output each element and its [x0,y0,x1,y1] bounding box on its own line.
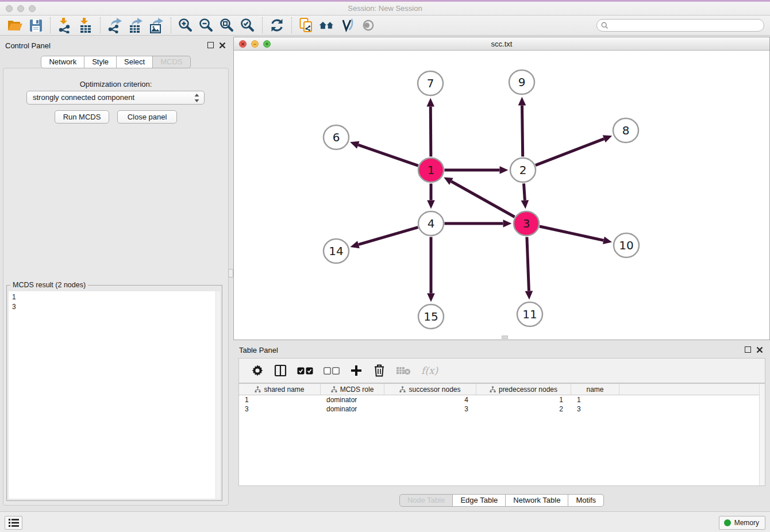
export-table-icon[interactable] [127,17,144,34]
float-table-panel-icon[interactable] [745,346,751,353]
mcds-result-area[interactable]: 1 3 [9,291,220,499]
zoom-fit-icon[interactable] [218,17,236,34]
graph-edge[interactable] [359,228,418,245]
window-titlebar: Session: New Session [0,0,770,16]
column-header[interactable]: successor nodes [384,384,476,395]
graph-edge-arrowhead [525,291,533,299]
import-network-icon[interactable] [56,17,74,34]
table-settings-gear-icon[interactable] [251,364,264,377]
graph-edge-arrowhead [518,97,526,105]
zoom-selected-icon[interactable] [239,17,256,34]
graph-node-label: 6 [333,130,340,144]
close-panel-icon[interactable] [219,42,226,49]
deselect-all-columns-icon[interactable] [324,367,340,375]
cell-mcds-role[interactable]: dominator [321,404,384,414]
delete-column-trash-icon[interactable] [373,364,386,377]
save-session-icon[interactable] [27,17,44,34]
control-panel-title: Control Panel [5,41,51,50]
column-header[interactable]: predecessor nodes [476,384,571,395]
select-all-columns-icon[interactable] [297,367,313,375]
tab-motifs[interactable]: Motifs [568,494,604,507]
task-history-button[interactable] [5,516,22,530]
control-panel-tabs: Network Style Select MCDS [0,56,232,68]
criterion-dropdown[interactable]: strongly connected component [26,91,205,105]
float-panel-icon[interactable] [207,42,214,48]
column-header[interactable]: MCDS role [321,384,384,395]
graph-edge[interactable] [522,105,523,156]
import-table-icon[interactable] [77,17,94,34]
column-label: predecessor nodes [499,385,557,394]
network-graph-canvas[interactable]: 1234678910111415 [234,51,769,340]
list-icon [7,518,20,528]
memory-button[interactable]: Memory [719,516,765,530]
cell-predecessor-nodes[interactable]: 2 [476,404,571,414]
column-header[interactable]: name [571,384,619,395]
graph-edge-arrowhead [603,237,612,244]
table-row[interactable]: 3 dominator 3 2 3 [239,404,765,414]
graph-edge-arrowhead [350,141,359,149]
cell-shared-name[interactable]: 1 [239,395,321,404]
tab-select[interactable]: Select [117,56,153,68]
graph-edge-arrowhead [500,166,509,174]
column-label: name [586,385,603,394]
network-resize-grabber[interactable] [502,336,508,339]
tab-network-table[interactable]: Network Table [506,494,568,507]
graph-edge-arrowhead [427,294,435,302]
tab-mcds[interactable]: MCDS [153,56,190,68]
cell-name[interactable]: 1 [571,395,619,404]
network-snapshot-icon[interactable] [298,17,315,34]
column-type-icon [490,386,496,392]
cell-successor-nodes[interactable]: 4 [384,395,476,404]
column-label: MCDS role [340,385,374,394]
memory-label: Memory [734,519,759,527]
panel-divider-grabber[interactable] [228,269,233,277]
search-input[interactable] [611,20,759,30]
graph-edge[interactable] [358,145,418,165]
toolbar-separator [171,17,171,33]
toolbar-separator [262,17,263,33]
cell-predecessor-nodes[interactable]: 1 [476,395,571,404]
network-window-titlebar[interactable]: ✕ − + scc.txt [234,37,769,51]
graph-edge[interactable] [536,139,604,165]
graph-edge[interactable] [527,237,529,291]
cell-name[interactable]: 3 [571,404,619,414]
zoom-out-icon[interactable] [198,17,215,34]
run-mcds-button[interactable]: Run MCDS [55,110,109,124]
result-scrollbar[interactable] [215,291,220,499]
cell-mcds-role[interactable]: dominator [321,395,384,404]
graph-node-label: 15 [424,310,438,323]
graph-edge-arrowhead [521,200,529,209]
export-network-icon[interactable] [106,17,124,34]
column-header-filler [619,384,765,395]
cell-shared-name[interactable]: 3 [239,404,321,414]
add-column-icon[interactable] [350,364,363,377]
graph-edge[interactable] [451,182,514,217]
vizmapper-icon[interactable] [339,17,356,34]
mcds-result-box: MCDS result (2 nodes) 1 3 [6,285,222,501]
graph-edge[interactable] [540,226,603,240]
table-scrollbar[interactable] [759,384,765,485]
tab-style[interactable]: Style [84,56,117,68]
first-neighbors-icon[interactable] [318,17,336,34]
table-row[interactable]: 1 dominator 4 1 1 [239,395,765,404]
network-window-title: scc.txt [234,40,769,48]
cell-successor-nodes[interactable]: 3 [384,404,476,414]
table-panel-title: Table Panel [239,346,278,354]
graph-edge[interactable] [524,183,525,200]
split-table-icon[interactable] [274,364,287,377]
table-toolbar: f(x) [238,358,765,383]
open-session-icon[interactable] [6,17,24,34]
column-header[interactable]: shared name [239,384,321,395]
close-panel-button[interactable]: Close panel [117,110,177,124]
toolbar-separator [100,17,101,33]
refresh-layout-icon[interactable] [268,17,286,34]
export-image-icon[interactable] [148,17,165,34]
tab-edge-table[interactable]: Edge Table [453,494,506,507]
tab-network[interactable]: Network [41,56,84,68]
tab-node-table[interactable]: Node Table [399,494,453,507]
graph-edge[interactable] [430,106,431,156]
mcds-tab-content: Optimization criterion: strongly connect… [3,68,229,506]
hide-panel-eye-icon[interactable] [360,17,377,34]
zoom-in-icon[interactable] [177,17,194,34]
close-table-panel-icon[interactable] [756,346,763,353]
